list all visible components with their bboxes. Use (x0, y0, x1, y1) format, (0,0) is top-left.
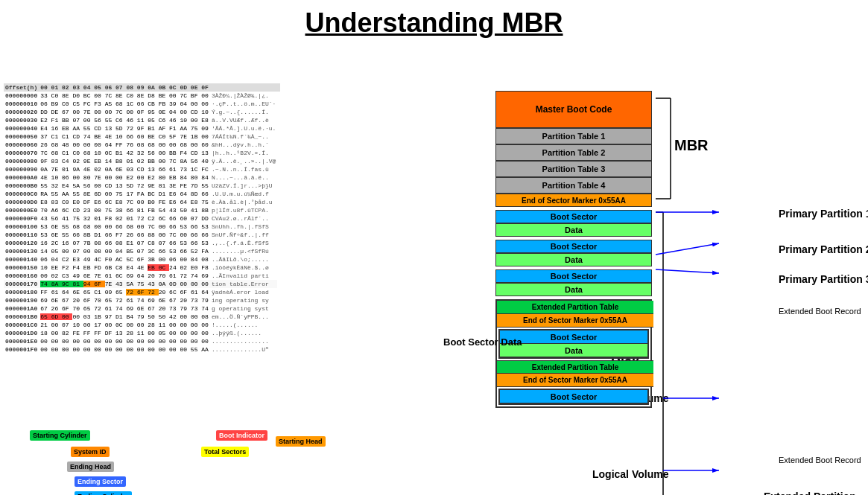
hex-dump-area: Offset(h) 00 01 02 03 04 05 06 07 08 09 … (4, 83, 469, 495)
label-total-sectors: Total Sectors (201, 447, 249, 457)
page-title: Understanding MBR (0, 0, 868, 42)
lv2-boot-sector: Boot Sector (500, 390, 647, 403)
pp1-data: Data (495, 223, 652, 237)
mbr-master-boot-code: Master Boot Code (495, 91, 652, 128)
ep-table-2: Extended Partition Table (497, 360, 653, 374)
pp3-boot-sector: Boot Sector (495, 269, 652, 283)
lv1-data: Data (500, 344, 647, 357)
label-starting-cylinder: Starting Cylinder (30, 430, 90, 441)
svg-text:MBR: MBR (674, 137, 709, 153)
mbr-end-of-sector: End of Sector Marker 0x55AA (495, 194, 652, 207)
mbr-partition-table-4: Partition Table 4 (495, 177, 652, 194)
mbr-partition-table-2: Partition Table 2 (495, 144, 652, 161)
svg-line-10 (656, 269, 719, 273)
label-starting-head: Starting Head (276, 436, 326, 447)
boot-sector-data-label: Boot Sector Data (443, 336, 522, 348)
svg-text:Primary Partition 3: Primary Partition 3 (779, 273, 868, 285)
svg-text:Logical Volume: Logical Volume (592, 468, 669, 480)
svg-text:Extended Boot Record: Extended Boot Record (779, 456, 861, 464)
label-ending-head: Ending Head (67, 462, 114, 472)
pp3-data: Data (495, 283, 652, 296)
mbr-partition-table-3: Partition Table 3 (495, 161, 652, 177)
svg-text:Extended Partition: Extended Partition (764, 491, 856, 495)
mbr-partition-table-1: Partition Table 1 (495, 128, 652, 144)
pp1-boot-sector: Boot Sector (495, 210, 652, 223)
label-ending-sector: Ending Sector (75, 476, 126, 487)
diagram-area: MBR Disk Primary Partition 1 Primary Par… (466, 83, 868, 495)
svg-text:Primary Partition 2: Primary Partition 2 (779, 243, 868, 255)
lv1-boot-sector: Boot Sector (500, 330, 647, 344)
label-system-id: System ID (71, 447, 110, 457)
svg-line-9 (656, 243, 719, 255)
label-ending-cylinder: Ending Cylinder (75, 491, 132, 495)
label-boot-indicator: Boot Indicator (216, 430, 267, 441)
pp2-boot-sector: Boot Sector (495, 240, 652, 253)
svg-text:Extended Boot Record: Extended Boot Record (779, 307, 861, 316)
svg-text:Primary Partition 1: Primary Partition 1 (779, 208, 868, 220)
pp2-data: Data (495, 253, 652, 266)
ep-end-sector-1: End of Sector Marker 0x55AA (497, 314, 653, 328)
ep-table-1: Extended Partition Table (497, 301, 653, 314)
ep-end-sector-2: End of Sector Marker 0x55AA (497, 374, 653, 387)
